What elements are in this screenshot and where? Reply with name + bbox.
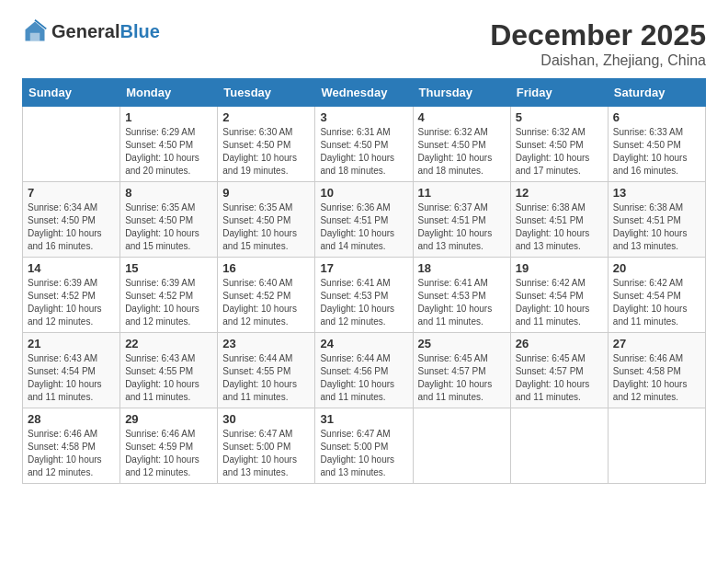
calendar-cell xyxy=(608,408,705,484)
day-info: Sunrise: 6:45 AM Sunset: 4:57 PM Dayligh… xyxy=(516,352,603,404)
calendar-cell xyxy=(23,107,120,182)
svg-rect-2 xyxy=(30,33,40,41)
day-info: Sunrise: 6:41 AM Sunset: 4:53 PM Dayligh… xyxy=(418,277,506,328)
calendar-cell: 15Sunrise: 6:39 AM Sunset: 4:52 PM Dayli… xyxy=(120,258,218,333)
week-row-4: 28Sunrise: 6:46 AM Sunset: 4:58 PM Dayli… xyxy=(23,408,706,484)
logo-blue-text: Blue xyxy=(119,21,159,41)
day-number: 16 xyxy=(222,261,310,275)
day-info: Sunrise: 6:43 AM Sunset: 4:54 PM Dayligh… xyxy=(28,352,115,404)
calendar-cell: 1Sunrise: 6:29 AM Sunset: 4:50 PM Daylig… xyxy=(120,107,218,182)
calendar-cell: 6Sunrise: 6:33 AM Sunset: 4:50 PM Daylig… xyxy=(608,107,705,182)
day-number: 19 xyxy=(516,261,603,275)
calendar-cell: 7Sunrise: 6:34 AM Sunset: 4:50 PM Daylig… xyxy=(23,182,120,258)
day-number: 25 xyxy=(418,337,506,350)
column-header-monday: Monday xyxy=(120,79,218,107)
calendar-cell: 13Sunrise: 6:38 AM Sunset: 4:51 PM Dayli… xyxy=(608,182,705,258)
day-number: 18 xyxy=(418,261,506,275)
day-info: Sunrise: 6:39 AM Sunset: 4:52 PM Dayligh… xyxy=(28,277,115,328)
page-header: GeneralBlue December 2025 Daishan, Zheji… xyxy=(22,18,706,69)
calendar-cell: 3Sunrise: 6:31 AM Sunset: 4:50 PM Daylig… xyxy=(315,107,413,182)
title-block: December 2025 Daishan, Zhejiang, China xyxy=(490,18,706,69)
calendar-cell: 4Sunrise: 6:32 AM Sunset: 4:50 PM Daylig… xyxy=(413,107,510,182)
day-info: Sunrise: 6:33 AM Sunset: 4:50 PM Dayligh… xyxy=(613,126,700,178)
week-row-3: 21Sunrise: 6:43 AM Sunset: 4:54 PM Dayli… xyxy=(23,333,706,408)
day-number: 26 xyxy=(516,337,603,350)
column-header-friday: Friday xyxy=(510,79,608,107)
day-number: 15 xyxy=(125,261,212,275)
day-number: 4 xyxy=(418,110,506,124)
calendar-cell: 26Sunrise: 6:45 AM Sunset: 4:57 PM Dayli… xyxy=(510,333,608,408)
day-info: Sunrise: 6:31 AM Sunset: 4:50 PM Dayligh… xyxy=(320,126,407,178)
day-number: 5 xyxy=(516,110,603,124)
day-number: 31 xyxy=(320,412,407,426)
day-info: Sunrise: 6:40 AM Sunset: 4:52 PM Dayligh… xyxy=(222,277,310,328)
day-info: Sunrise: 6:29 AM Sunset: 4:50 PM Dayligh… xyxy=(125,126,212,178)
calendar-cell: 29Sunrise: 6:46 AM Sunset: 4:59 PM Dayli… xyxy=(120,408,218,484)
logo-general-text: General xyxy=(51,21,119,41)
day-info: Sunrise: 6:44 AM Sunset: 4:55 PM Dayligh… xyxy=(222,352,310,404)
day-number: 17 xyxy=(320,261,407,275)
day-info: Sunrise: 6:32 AM Sunset: 4:50 PM Dayligh… xyxy=(516,126,603,178)
day-number: 22 xyxy=(125,337,212,350)
day-info: Sunrise: 6:39 AM Sunset: 4:52 PM Dayligh… xyxy=(125,277,212,328)
calendar-cell: 12Sunrise: 6:38 AM Sunset: 4:51 PM Dayli… xyxy=(510,182,608,258)
calendar-cell: 25Sunrise: 6:45 AM Sunset: 4:57 PM Dayli… xyxy=(413,333,510,408)
day-info: Sunrise: 6:44 AM Sunset: 4:56 PM Dayligh… xyxy=(320,352,407,404)
day-number: 30 xyxy=(222,412,310,426)
day-number: 21 xyxy=(28,337,115,350)
day-info: Sunrise: 6:36 AM Sunset: 4:51 PM Dayligh… xyxy=(320,201,407,253)
day-number: 1 xyxy=(125,110,212,124)
calendar-header-row: SundayMondayTuesdayWednesdayThursdayFrid… xyxy=(23,79,706,107)
calendar-cell xyxy=(413,408,510,484)
calendar-cell: 17Sunrise: 6:41 AM Sunset: 4:53 PM Dayli… xyxy=(315,258,413,333)
day-info: Sunrise: 6:42 AM Sunset: 4:54 PM Dayligh… xyxy=(516,277,603,328)
day-info: Sunrise: 6:47 AM Sunset: 5:00 PM Dayligh… xyxy=(320,428,407,479)
calendar-cell: 5Sunrise: 6:32 AM Sunset: 4:50 PM Daylig… xyxy=(510,107,608,182)
calendar-cell: 2Sunrise: 6:30 AM Sunset: 4:50 PM Daylig… xyxy=(218,107,315,182)
day-info: Sunrise: 6:38 AM Sunset: 4:51 PM Dayligh… xyxy=(613,201,700,253)
day-number: 10 xyxy=(320,186,407,200)
calendar-cell: 24Sunrise: 6:44 AM Sunset: 4:56 PM Dayli… xyxy=(315,333,413,408)
calendar-cell: 28Sunrise: 6:46 AM Sunset: 4:58 PM Dayli… xyxy=(23,408,120,484)
calendar-cell: 21Sunrise: 6:43 AM Sunset: 4:54 PM Dayli… xyxy=(23,333,120,408)
day-number: 29 xyxy=(125,412,212,426)
column-header-wednesday: Wednesday xyxy=(315,79,413,107)
day-info: Sunrise: 6:37 AM Sunset: 4:51 PM Dayligh… xyxy=(418,201,506,253)
calendar-cell: 16Sunrise: 6:40 AM Sunset: 4:52 PM Dayli… xyxy=(218,258,315,333)
day-number: 7 xyxy=(28,186,115,200)
day-number: 3 xyxy=(320,110,407,124)
column-header-tuesday: Tuesday xyxy=(218,79,315,107)
week-row-0: 1Sunrise: 6:29 AM Sunset: 4:50 PM Daylig… xyxy=(23,107,706,182)
calendar-cell: 9Sunrise: 6:35 AM Sunset: 4:50 PM Daylig… xyxy=(218,182,315,258)
column-header-sunday: Sunday xyxy=(23,79,120,107)
day-number: 12 xyxy=(516,186,603,200)
day-info: Sunrise: 6:47 AM Sunset: 5:00 PM Dayligh… xyxy=(222,428,310,479)
calendar-cell: 14Sunrise: 6:39 AM Sunset: 4:52 PM Dayli… xyxy=(23,258,120,333)
calendar-cell: 18Sunrise: 6:41 AM Sunset: 4:53 PM Dayli… xyxy=(413,258,510,333)
week-row-2: 14Sunrise: 6:39 AM Sunset: 4:52 PM Dayli… xyxy=(23,258,706,333)
day-info: Sunrise: 6:42 AM Sunset: 4:54 PM Dayligh… xyxy=(613,277,700,328)
day-info: Sunrise: 6:46 AM Sunset: 4:59 PM Dayligh… xyxy=(125,428,212,479)
day-number: 2 xyxy=(222,110,310,124)
calendar-cell xyxy=(510,408,608,484)
day-info: Sunrise: 6:35 AM Sunset: 4:50 PM Dayligh… xyxy=(125,201,212,253)
day-info: Sunrise: 6:45 AM Sunset: 4:57 PM Dayligh… xyxy=(418,352,506,404)
day-info: Sunrise: 6:38 AM Sunset: 4:51 PM Dayligh… xyxy=(516,201,603,253)
day-number: 9 xyxy=(222,186,310,200)
calendar-cell: 22Sunrise: 6:43 AM Sunset: 4:55 PM Dayli… xyxy=(120,333,218,408)
month-title: December 2025 xyxy=(490,18,706,52)
week-row-1: 7Sunrise: 6:34 AM Sunset: 4:50 PM Daylig… xyxy=(23,182,706,258)
calendar-cell: 20Sunrise: 6:42 AM Sunset: 4:54 PM Dayli… xyxy=(608,258,705,333)
column-header-saturday: Saturday xyxy=(608,79,705,107)
day-info: Sunrise: 6:46 AM Sunset: 4:58 PM Dayligh… xyxy=(613,352,700,404)
day-number: 13 xyxy=(613,186,700,200)
day-info: Sunrise: 6:43 AM Sunset: 4:55 PM Dayligh… xyxy=(125,352,212,404)
day-number: 20 xyxy=(613,261,700,275)
calendar-cell: 10Sunrise: 6:36 AM Sunset: 4:51 PM Dayli… xyxy=(315,182,413,258)
day-info: Sunrise: 6:35 AM Sunset: 4:50 PM Dayligh… xyxy=(222,201,310,253)
day-number: 27 xyxy=(613,337,700,350)
day-number: 6 xyxy=(613,110,700,124)
day-info: Sunrise: 6:46 AM Sunset: 4:58 PM Dayligh… xyxy=(28,428,115,479)
day-info: Sunrise: 6:34 AM Sunset: 4:50 PM Dayligh… xyxy=(28,201,115,253)
day-number: 8 xyxy=(125,186,212,200)
